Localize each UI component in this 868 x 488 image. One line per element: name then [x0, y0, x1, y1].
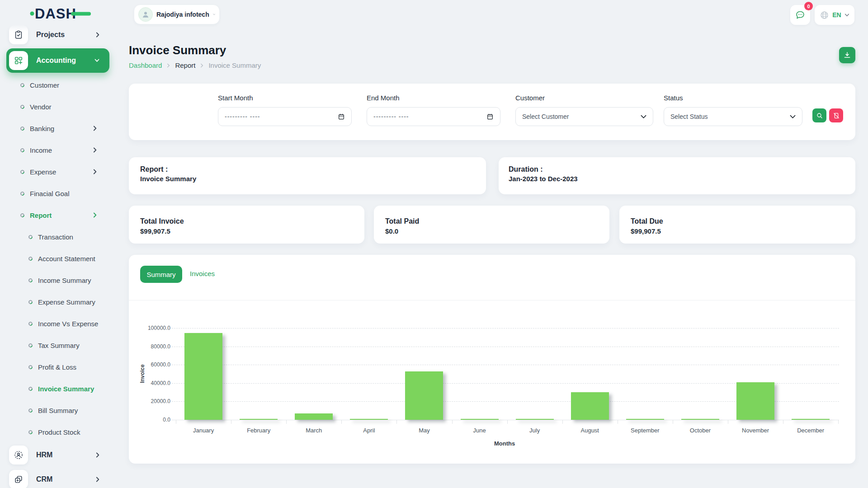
x-axis-tick: [341, 420, 342, 424]
x-axis-label: July: [507, 427, 562, 434]
breadcrumb-dashboard[interactable]: Dashboard: [129, 61, 162, 69]
bullet-icon: [28, 386, 33, 392]
sidebar-item-transaction[interactable]: Transaction: [6, 226, 109, 248]
customer-select[interactable]: Select Customer: [515, 107, 653, 126]
x-axis-label: January: [176, 427, 231, 434]
chevron-right-icon: [93, 126, 97, 131]
status-label: Status: [664, 94, 683, 102]
bullet-icon: [28, 429, 33, 435]
x-axis-label: May: [396, 427, 452, 434]
chevron-down-icon: [844, 14, 849, 17]
bar-november: [736, 382, 774, 420]
bar-october: [681, 419, 719, 420]
sidebar-item-accounting[interactable]: Accounting: [6, 48, 109, 73]
messages-button[interactable]: 0: [790, 5, 810, 25]
chevron-right-icon: [93, 169, 97, 174]
x-axis-tick: [286, 420, 287, 424]
sidebar-item-account-statement[interactable]: Account Statement: [6, 248, 109, 269]
x-axis-label: October: [673, 427, 728, 434]
status-select[interactable]: Select Status: [664, 107, 802, 126]
chevron-right-icon: [200, 63, 203, 68]
x-axis-label: September: [618, 427, 673, 434]
start-month-input[interactable]: --------- ----: [218, 107, 352, 126]
clear-filter-icon: [833, 112, 840, 119]
bullet-icon: [19, 82, 25, 88]
chevron-right-icon: [96, 452, 99, 458]
x-axis-label: April: [341, 427, 396, 434]
report-card-label: Report :: [140, 165, 475, 174]
sidebar-item-profit-loss[interactable]: Profit & Loss: [6, 356, 109, 378]
total-paid-value: $0.0: [385, 227, 598, 235]
sidebar-item-income-vs-expense[interactable]: Income Vs Expense: [6, 313, 109, 334]
x-axis-tick: [231, 420, 231, 424]
tab-summary[interactable]: Summary: [140, 266, 182, 283]
y-axis-tick: 80000.0: [133, 343, 170, 350]
breadcrumb: Dashboard Report Invoice Summary: [129, 61, 261, 69]
y-axis-tick: 100000.0: [133, 325, 170, 331]
report-card: Report : Invoice Summary: [129, 157, 486, 194]
chevron-right-icon: [93, 212, 97, 218]
chevron-right-icon: [96, 32, 99, 38]
gridline: [172, 347, 839, 347]
x-axis-tick: [783, 420, 783, 424]
messages-badge: 0: [804, 2, 813, 10]
workspace-switcher[interactable]: Rajodiya infotech: [134, 5, 220, 24]
x-axis-tick: [452, 420, 453, 424]
bar-february: [240, 419, 278, 420]
category-plus-icon: [9, 51, 28, 70]
download-button[interactable]: [839, 47, 855, 63]
divider: [129, 300, 855, 300]
total-due-value: $99,907.5: [631, 227, 844, 235]
person-dashed-icon: [9, 446, 28, 465]
sidebar-item-vendor[interactable]: Vendor: [6, 96, 109, 117]
language-selector[interactable]: EN: [815, 5, 854, 25]
bullet-icon: [28, 321, 33, 327]
x-axis-label: December: [783, 427, 838, 434]
breadcrumb-report[interactable]: Report: [175, 61, 195, 69]
sidebar-item-crm[interactable]: CRM: [6, 467, 109, 488]
bar-january: [184, 333, 222, 420]
sidebar-item-product-stock[interactable]: Product Stock: [6, 421, 109, 443]
end-month-label: End Month: [367, 94, 400, 102]
total-invoice-card: Total Invoice $99,907.5: [129, 206, 364, 244]
chevron-down-icon: [641, 115, 646, 119]
report-card-value: Invoice Summary: [140, 175, 475, 183]
sidebar-item-finacial-goal[interactable]: Finacial Goal: [6, 183, 109, 204]
sidebar-item-tax-summary[interactable]: Tax Summary: [6, 334, 109, 356]
x-axis-label: February: [231, 427, 286, 434]
filter-panel: Start Month --------- ---- End Month ---…: [129, 84, 855, 140]
sidebar-item-customer[interactable]: Customer: [6, 74, 109, 96]
total-invoice-value: $99,907.5: [140, 227, 353, 235]
bar-august: [571, 392, 609, 420]
sidebar-item-bill-summary[interactable]: Bill Summary: [6, 399, 109, 421]
tab-invoices[interactable]: Invoices: [190, 270, 215, 277]
x-axis-tick: [618, 420, 618, 424]
sidebar-top-fade: [0, 22, 116, 32]
total-due-label: Total Due: [631, 217, 844, 225]
language-label: EN: [832, 11, 841, 19]
sidebar-item-expense[interactable]: Expense: [6, 161, 109, 183]
sidebar-item-banking[interactable]: Banking: [6, 117, 109, 139]
bar-march: [295, 413, 333, 420]
sidebar-item-income[interactable]: Income: [6, 139, 109, 161]
sidebar: ProjectsAccountingCustomerVendorBankingI…: [0, 0, 116, 488]
sidebar-item-report[interactable]: Report: [6, 204, 109, 226]
y-axis-tick: 0.0: [133, 417, 170, 423]
bar-july: [516, 419, 554, 420]
reset-filter-button[interactable]: [829, 108, 843, 122]
end-month-input[interactable]: --------- ----: [367, 107, 500, 126]
sidebar-item-invoice-summary[interactable]: Invoice Summary: [6, 378, 109, 399]
bullet-icon: [19, 212, 25, 218]
sidebar-item-hrm[interactable]: HRM: [6, 443, 109, 467]
sidebar-item-expense-summary[interactable]: Expense Summary: [6, 291, 109, 313]
x-axis-tick: [562, 420, 563, 424]
chevron-right-icon: [93, 147, 97, 153]
chevron-down-icon: [94, 59, 99, 62]
sidebar-item-income-summary[interactable]: Income Summary: [6, 269, 109, 291]
bullet-icon: [19, 104, 25, 110]
search-button[interactable]: [812, 108, 826, 122]
x-axis-label: November: [728, 427, 783, 434]
duration-card: Duration : Jan-2023 to Dec-2023: [499, 157, 855, 194]
page-title: Invoice Summary: [129, 43, 226, 57]
gridline: [172, 328, 839, 328]
